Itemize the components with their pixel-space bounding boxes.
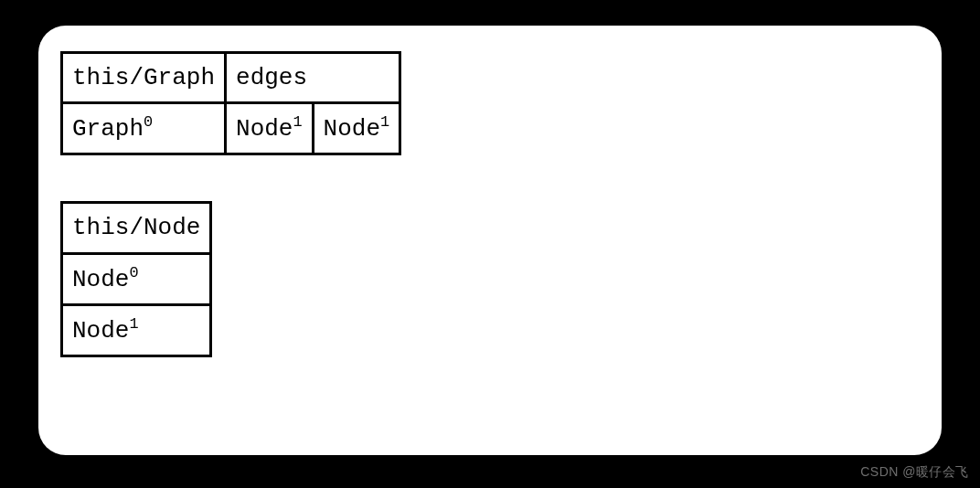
node-cell-1-base: Node [72, 317, 129, 345]
node-row-1: Node1 [62, 304, 211, 355]
node-row-0: Node0 [62, 253, 211, 304]
graph-header-sig: this/Graph [62, 53, 226, 103]
node-table: this/Node Node0 Node1 [60, 201, 212, 356]
graph-cell-node1-b-sup: 1 [380, 113, 389, 131]
graph-cell-node1-a-sup: 1 [293, 113, 302, 131]
graph-cell-graph0-base: Graph [72, 115, 144, 143]
content-card: this/Graph edges Graph0 Node1 Node1 this… [38, 26, 942, 455]
graph-table-header-row: this/Graph edges [62, 53, 400, 103]
node-cell-1: Node1 [62, 304, 211, 355]
graph-table-data-row: Graph0 Node1 Node1 [62, 103, 400, 154]
graph-edges-table: this/Graph edges Graph0 Node1 Node1 [60, 51, 401, 155]
node-table-header-row: this/Node [62, 203, 211, 253]
node-header-sig: this/Node [62, 203, 211, 253]
node-cell-1-sup: 1 [129, 315, 138, 333]
graph-cell-graph0-sup: 0 [144, 113, 153, 131]
node-cell-0: Node0 [62, 253, 211, 304]
node-cell-0-base: Node [72, 265, 129, 292]
watermark-text: CSDN @暖仔会飞 [860, 464, 969, 481]
graph-header-field: edges [226, 53, 400, 103]
graph-cell-node1-a-base: Node [236, 115, 293, 143]
graph-cell-node1-b: Node1 [313, 103, 400, 154]
graph-cell-node1-b-base: Node [324, 115, 380, 143]
graph-cell-graph0: Graph0 [62, 103, 226, 154]
graph-cell-node1-a: Node1 [226, 103, 314, 154]
node-cell-0-sup: 0 [129, 264, 138, 281]
